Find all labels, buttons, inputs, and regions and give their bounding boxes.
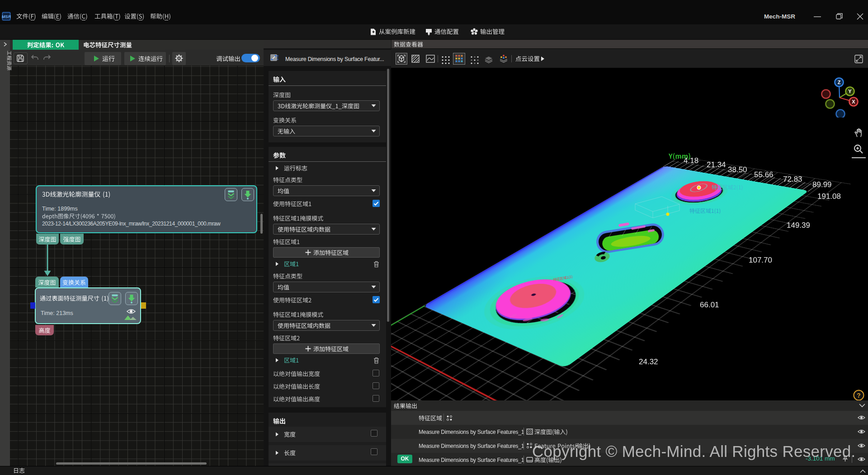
svg-text:Y: Y (848, 89, 852, 94)
svg-text:MSR: MSR (2, 14, 11, 19)
svg-text:?: ? (857, 392, 861, 399)
svg-text:Z: Z (838, 80, 841, 85)
svg-text:X: X (852, 99, 855, 104)
